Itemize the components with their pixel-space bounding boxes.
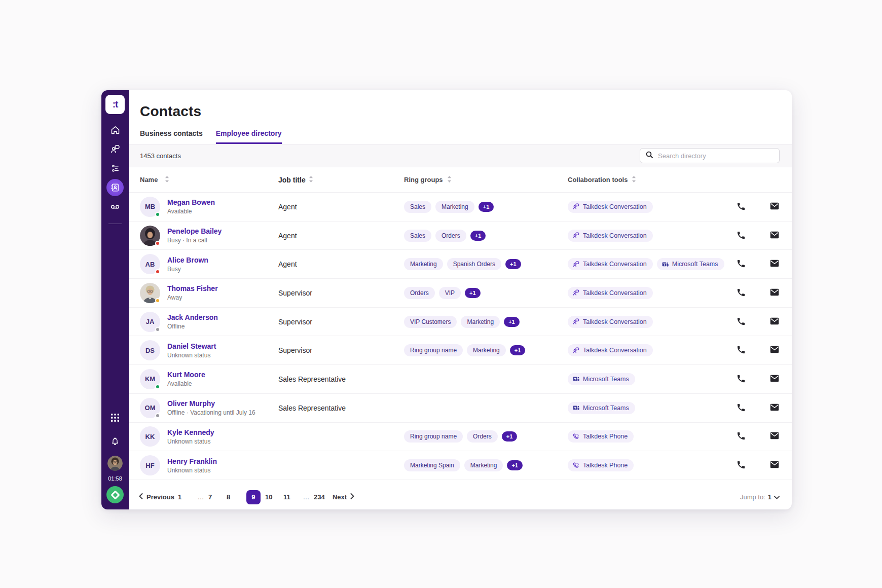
status-diamond-icon[interactable] xyxy=(106,486,124,503)
page-button[interactable]: 10 xyxy=(265,493,280,501)
more-ring-groups-badge[interactable]: +1 xyxy=(479,202,494,212)
email-button[interactable] xyxy=(769,345,780,355)
contact-status: Busy · In a call xyxy=(167,237,222,244)
email-button[interactable] xyxy=(769,259,780,269)
contact-name-link[interactable]: Jack Anderson xyxy=(167,313,218,321)
job-title: Sales Representative xyxy=(278,375,404,383)
more-ring-groups-badge[interactable]: +1 xyxy=(510,345,526,355)
ring-group-chip: Marketing Spain xyxy=(404,459,460,471)
tab-employee-directory[interactable]: Employee directory xyxy=(216,129,282,144)
table-row[interactable]: MBMegan BowenAvailableAgentSalesMarketin… xyxy=(129,193,792,222)
sort-icon xyxy=(632,176,636,184)
contact-name-link[interactable]: Oliver Murphy xyxy=(167,399,255,408)
tab-business-contacts[interactable]: Business contacts xyxy=(140,129,203,144)
page-button[interactable]: 11 xyxy=(283,493,299,501)
home-icon xyxy=(110,125,121,135)
jump-to-select[interactable]: Jump to: 1 xyxy=(740,493,780,501)
table-row[interactable]: Thomas FisherAwaySupervisorOrdersVIP+1Ta… xyxy=(129,279,792,308)
user-avatar[interactable] xyxy=(107,456,123,471)
page-button[interactable]: 8 xyxy=(227,493,242,501)
contact-name-link[interactable]: Kyle Kennedy xyxy=(167,428,214,436)
call-button[interactable] xyxy=(736,374,746,384)
contact-status: Busy xyxy=(167,266,208,273)
column-header-collaboration-tools[interactable]: Collaboration tools xyxy=(568,176,733,184)
sidebar-item-contacts[interactable] xyxy=(105,178,125,197)
previous-page-button[interactable]: Previous xyxy=(139,493,174,501)
ring-group-chip: Marketing xyxy=(464,459,503,471)
sidebar-item-flows[interactable] xyxy=(105,159,125,178)
column-header-name[interactable]: Name xyxy=(140,176,278,184)
call-button[interactable] xyxy=(736,317,746,327)
ring-group-chip: Sales xyxy=(404,201,431,213)
contact-name-link[interactable]: Thomas Fisher xyxy=(167,284,218,292)
microsoft-teams-icon xyxy=(572,375,580,383)
page-button[interactable]: 7 xyxy=(208,493,224,501)
table-row[interactable]: JAJack AndersonOfflineSupervisorVIP Cust… xyxy=(129,308,792,337)
contact-name-link[interactable]: Kurt Moore xyxy=(167,371,205,379)
search-box[interactable] xyxy=(640,148,780,163)
email-button[interactable] xyxy=(769,202,780,212)
pagination-ellipsis: … xyxy=(196,493,205,501)
email-button[interactable] xyxy=(769,317,780,327)
table-row[interactable]: ABAlice BrownBusyAgentMarketingSpanish O… xyxy=(129,250,792,279)
collab-tool-chip: Talkdesk Conversation xyxy=(568,344,653,356)
more-ring-groups-badge[interactable]: +1 xyxy=(465,288,481,298)
table-row[interactable]: Penelope BaileyBusy · In a callAgentSale… xyxy=(129,222,792,250)
table-row[interactable]: KMKurt MooreAvailableSales Representativ… xyxy=(129,365,792,394)
sidebar-item-conversations[interactable] xyxy=(105,139,125,159)
email-button[interactable] xyxy=(769,431,780,442)
contact-name-link[interactable]: Daniel Stewart xyxy=(167,342,216,350)
call-button[interactable] xyxy=(736,345,746,355)
call-button[interactable] xyxy=(736,403,746,413)
sidebar-item-voicemail[interactable] xyxy=(105,197,125,216)
search-input[interactable] xyxy=(658,152,774,160)
page-button-active[interactable]: 9 xyxy=(246,490,261,504)
sidebar-item-home[interactable] xyxy=(105,120,125,139)
call-button[interactable] xyxy=(736,259,746,269)
mail-icon xyxy=(770,202,779,211)
email-button[interactable] xyxy=(769,288,780,298)
next-page-button[interactable]: Next xyxy=(333,493,354,501)
email-button[interactable] xyxy=(769,374,780,384)
more-ring-groups-badge[interactable]: +1 xyxy=(507,460,523,470)
contact-name-link[interactable]: Megan Bowen xyxy=(167,198,215,206)
table-row[interactable]: DSDaniel StewartUnknown statusSupervisor… xyxy=(129,336,792,365)
table-row[interactable]: HFHenry FranklinUnknown statusMarketing … xyxy=(129,451,792,480)
table-row[interactable]: KKKyle KennedyUnknown statusRing group n… xyxy=(129,423,792,452)
job-title: Agent xyxy=(278,232,404,240)
call-button[interactable] xyxy=(736,288,746,298)
email-button[interactable] xyxy=(769,460,780,470)
contact-status: Unknown status xyxy=(167,467,217,474)
call-button[interactable] xyxy=(736,202,746,212)
talkdesk-conversation-icon xyxy=(572,289,580,297)
sidebar-item-notifications[interactable] xyxy=(105,432,125,451)
contact-name-link[interactable]: Penelope Bailey xyxy=(167,227,222,235)
table-row[interactable]: OMOliver MurphyOffline · Vacationing unt… xyxy=(129,394,792,423)
email-button[interactable] xyxy=(769,231,780,241)
status-timer: 01:58 xyxy=(108,475,122,482)
more-ring-groups-badge[interactable]: +1 xyxy=(470,231,486,241)
ring-group-chip: Orders xyxy=(467,430,498,443)
page-button[interactable]: 1 xyxy=(178,493,193,501)
call-button[interactable] xyxy=(736,460,746,470)
more-ring-groups-badge[interactable]: +1 xyxy=(504,317,520,327)
email-button[interactable] xyxy=(769,403,780,413)
more-ring-groups-badge[interactable]: +1 xyxy=(502,431,518,442)
contact-name-link[interactable]: Henry Franklin xyxy=(167,457,217,465)
sidebar-item-apps[interactable] xyxy=(105,408,125,427)
call-button[interactable] xyxy=(736,431,746,442)
microsoft-teams-icon xyxy=(662,261,669,268)
contact-status: Unknown status xyxy=(167,438,214,445)
column-header-job-title[interactable]: Job title xyxy=(278,176,404,184)
column-header-ring-groups[interactable]: Ring groups xyxy=(404,176,568,184)
chevron-down-icon xyxy=(774,493,780,501)
contact-name-link[interactable]: Alice Brown xyxy=(167,256,208,264)
flows-icon xyxy=(110,163,121,174)
more-ring-groups-badge[interactable]: +1 xyxy=(505,259,521,269)
contact-status: Available xyxy=(167,380,205,387)
collab-tool-chip: Talkdesk Conversation xyxy=(568,230,653,242)
call-button[interactable] xyxy=(736,231,746,241)
job-title: Sales Representative xyxy=(278,404,404,412)
page-button[interactable]: 234 xyxy=(314,493,329,501)
phone-icon xyxy=(737,345,746,356)
